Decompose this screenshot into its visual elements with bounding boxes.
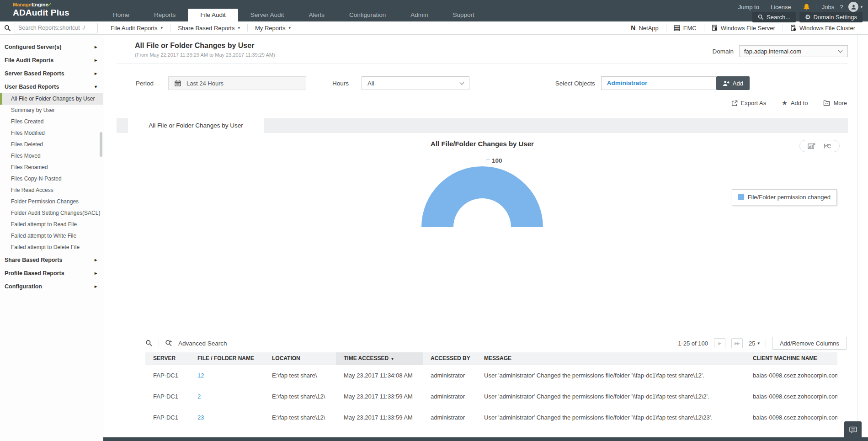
column-header-time-accessed[interactable]: TIME ACCESSED▾ bbox=[336, 352, 423, 365]
sidebar-item-summary-by-user[interactable]: Summary by User bbox=[0, 105, 103, 116]
report-search-input[interactable] bbox=[15, 23, 98, 33]
donut-slice[interactable] bbox=[418, 163, 546, 233]
menu-my-reports[interactable]: My Reports▾ bbox=[248, 21, 298, 34]
sidebar-item-all-file-or-folder-changes-by-user[interactable]: All File or Folder Changes by User bbox=[0, 93, 103, 105]
sidebar-item-files-renamed[interactable]: Files Renamed bbox=[0, 162, 103, 173]
report-search-area bbox=[0, 21, 103, 34]
menu-share-based-reports[interactable]: Share Based Reports▾ bbox=[170, 21, 247, 34]
jobs-link[interactable]: Jobs bbox=[822, 4, 834, 11]
domain-settings-button[interactable]: ⚙ Domain Settings bbox=[799, 12, 863, 22]
column-header-accessed-by[interactable]: ACCESSED BY bbox=[423, 352, 476, 365]
column-header-location[interactable]: LOCATION bbox=[264, 352, 336, 365]
nav-tab-alerts[interactable]: Alerts bbox=[296, 9, 337, 21]
top-header: ManageEngine) ADAudit Plus Home Reports … bbox=[0, 0, 868, 21]
cell-server: FAP-DC1 bbox=[145, 407, 190, 428]
last-page-button[interactable]: ▶▶ bbox=[731, 338, 743, 348]
chart-legend[interactable]: File/Folder permission changed bbox=[732, 189, 837, 205]
report-tabstrip: All File or Folder Changes by User bbox=[117, 118, 848, 133]
nav-tab-file-audit[interactable]: File Audit bbox=[188, 9, 238, 21]
sidebar-item-failed-attempt-to-write-file[interactable]: Failed attempt to Write File bbox=[0, 230, 103, 242]
reports-sidebar: Configured Server(s)▸ File Audit Reports… bbox=[0, 35, 103, 441]
column-header-file-folder-name[interactable]: FILE / FOLDER NAME bbox=[190, 352, 264, 365]
sidebar-item-files-created[interactable]: Files Created bbox=[0, 116, 103, 128]
manageengine-logo: ManageEngine) bbox=[13, 2, 96, 7]
sidebar-group-server-based-reports[interactable]: Server Based Reports▸ bbox=[0, 67, 103, 80]
netapp-link[interactable]: NNetApp bbox=[623, 21, 666, 34]
column-header-client-machine-name[interactable]: CLIENT MACHINE NAME bbox=[745, 352, 837, 365]
sidebar-group-share-based-reports[interactable]: Share Based Reports▸ bbox=[0, 253, 103, 266]
windows-file-cluster-link[interactable]: Windows File Cluster bbox=[783, 21, 863, 34]
add-chart-icon[interactable] bbox=[808, 143, 815, 149]
menu-file-audit-reports[interactable]: File Audit Reports▾ bbox=[103, 21, 170, 34]
column-search-icon[interactable] bbox=[145, 340, 153, 347]
cell-client-machine-name: balas-0098.csez.zohocorpin.com bbox=[745, 365, 837, 386]
file-link[interactable]: 23 bbox=[197, 414, 204, 421]
advanced-search-icon[interactable] bbox=[165, 340, 172, 347]
advanced-search-label[interactable]: Advanced Search bbox=[178, 340, 227, 347]
nav-tab-admin[interactable]: Admin bbox=[398, 9, 440, 21]
sidebar-group-configuration[interactable]: Configuration▸ bbox=[0, 280, 103, 293]
windows-file-server-link[interactable]: Windows File Server bbox=[704, 21, 783, 34]
help-link[interactable]: ? bbox=[840, 4, 843, 11]
sidebar-group-profile-based-reports[interactable]: Profile Based Reports▸ bbox=[0, 266, 103, 280]
select-objects-input[interactable]: Administrator bbox=[601, 76, 716, 90]
add-object-button[interactable]: Add bbox=[716, 76, 750, 90]
jump-to-link[interactable]: Jump to bbox=[738, 4, 759, 11]
more-options-button[interactable]: More bbox=[823, 100, 847, 106]
right-scrollbar-gutter[interactable] bbox=[857, 35, 868, 441]
notifications-bell-icon[interactable] bbox=[803, 3, 810, 11]
page-body: Configured Server(s)▸ File Audit Reports… bbox=[0, 35, 868, 441]
sidebar-group-user-based-reports[interactable]: User Based Reports▾ bbox=[0, 80, 103, 93]
domain-label: Domain bbox=[712, 48, 734, 55]
domain-select[interactable]: fap.adap.internal.com bbox=[739, 45, 848, 57]
cell-server: FAP-DC1 bbox=[145, 365, 190, 386]
report-actions: Export As ★ Add to More bbox=[117, 100, 847, 106]
divider bbox=[797, 4, 797, 10]
sidebar-item-files-copy-n-pasted[interactable]: Files Copy-N-Pasted bbox=[0, 173, 103, 185]
column-header-server[interactable]: SERVER bbox=[145, 352, 190, 365]
nav-tab-support[interactable]: Support bbox=[440, 9, 486, 21]
sidebar-item-files-moved[interactable]: Files Moved bbox=[0, 150, 103, 162]
cell-file-folder-name: 12 bbox=[190, 365, 264, 386]
global-search-button[interactable]: Search... bbox=[752, 12, 796, 22]
sidebar-group-file-audit-reports[interactable]: File Audit Reports▸ bbox=[0, 53, 103, 67]
sidebar-item-failed-attempt-to-delete-file[interactable]: Failed attempt to Delete File bbox=[0, 242, 103, 253]
chevron-down-icon: ▾ bbox=[860, 5, 863, 9]
sidebar-item-files-deleted[interactable]: Files Deleted bbox=[0, 139, 103, 150]
license-link[interactable]: License bbox=[771, 4, 791, 11]
refresh-chart-icon[interactable] bbox=[824, 143, 831, 149]
chat-bubble-icon bbox=[849, 426, 857, 434]
page-size-select[interactable]: 25 ▾ bbox=[749, 340, 760, 347]
sidebar-item-folder-permission-changes[interactable]: Folder Permission Changes bbox=[0, 196, 103, 207]
add-remove-columns-button[interactable]: Add/Remove Columns bbox=[772, 337, 847, 350]
chevron-down-icon: ▾ bbox=[95, 84, 97, 89]
column-header-message[interactable]: MESSAGE bbox=[476, 352, 745, 365]
bottom-scrollbar-bar[interactable] bbox=[103, 437, 868, 441]
add-to-favorites-button[interactable]: ★ Add to bbox=[782, 100, 808, 106]
sidebar-item-failed-attempt-to-read-file[interactable]: Failed attempt to Read File bbox=[0, 219, 103, 230]
feedback-chat-button[interactable] bbox=[844, 421, 862, 439]
emc-link[interactable]: EMC bbox=[666, 21, 704, 34]
divider bbox=[816, 4, 816, 10]
file-link[interactable]: 12 bbox=[197, 372, 204, 379]
sidebar-scrollbar-thumb[interactable] bbox=[100, 132, 102, 157]
chart-tools bbox=[799, 140, 840, 152]
sidebar-group-configured-servers[interactable]: Configured Server(s)▸ bbox=[0, 40, 103, 53]
nav-tab-configuration[interactable]: Configuration bbox=[337, 9, 398, 21]
file-link[interactable]: 2 bbox=[197, 393, 201, 400]
period-picker[interactable]: Last 24 Hours bbox=[168, 76, 306, 90]
hours-select[interactable]: All bbox=[362, 76, 469, 90]
adaudit-plus-app: ManageEngine) ADAudit Plus Home Reports … bbox=[0, 0, 868, 441]
next-page-button[interactable]: ▶ bbox=[714, 338, 725, 348]
export-as-button[interactable]: Export As bbox=[731, 100, 767, 106]
user-account-menu[interactable]: ▾ bbox=[848, 2, 863, 12]
nav-tab-server-audit[interactable]: Server Audit bbox=[238, 9, 297, 21]
semi-donut-chart: 100 bbox=[418, 163, 546, 233]
sidebar-item-folder-audit-setting-changes-sacl[interactable]: Folder Audit Setting Changes(SACL) bbox=[0, 207, 103, 219]
sidebar-item-file-read-access[interactable]: File Read Access bbox=[0, 185, 103, 196]
divider bbox=[766, 339, 766, 347]
nav-tab-home[interactable]: Home bbox=[101, 9, 142, 21]
sidebar-item-files-modified[interactable]: Files Modified bbox=[0, 128, 103, 139]
nav-tab-reports[interactable]: Reports bbox=[142, 9, 188, 21]
tab-all-file-or-folder-changes-by-user[interactable]: All File or Folder Changes by User bbox=[128, 118, 264, 133]
